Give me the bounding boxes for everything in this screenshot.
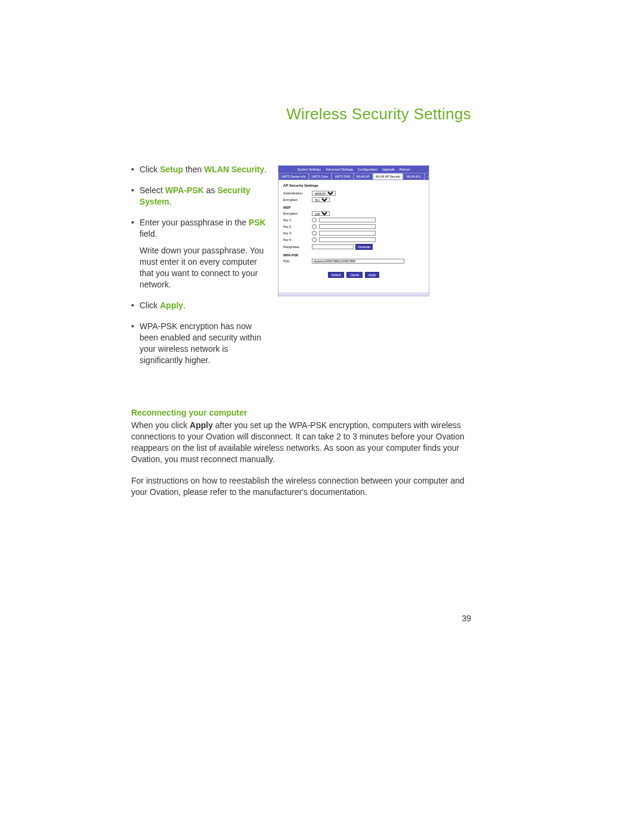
key1-radio[interactable] — [312, 218, 317, 222]
step-2-text-a: Select — [140, 185, 165, 195]
step-4: Click Apply. — [131, 300, 268, 311]
step-2-wpapsk: WPA-PSK — [165, 185, 204, 195]
key4-input[interactable] — [319, 237, 376, 242]
panel-buttons: Default Cancel Apply — [283, 272, 424, 278]
router-tabs: UMTS Device Info UMTS Conn. UMTS DNS WLA… — [278, 173, 429, 180]
tab-lan: LAN — [425, 173, 429, 180]
cancel-button[interactable]: Cancel — [346, 272, 363, 278]
key2-input[interactable] — [319, 224, 376, 229]
auth-select[interactable]: WPA-PSK — [312, 191, 336, 196]
reconnect-p2: For instructions on how to reestablish t… — [131, 475, 474, 498]
key1-label: Key 1: — [283, 218, 312, 222]
step-1-text-e: . — [264, 165, 267, 174]
step-1-wlan: WLAN Security — [204, 165, 264, 174]
psk-label: PSK: — [283, 259, 312, 263]
step-5-text: WPA-PSK encryption has now been enabled … — [140, 321, 261, 365]
key2-radio[interactable] — [312, 224, 317, 229]
nav-reboot: Reboot — [400, 168, 410, 171]
key4-radio[interactable] — [312, 237, 317, 242]
tab-wlan-security: WLAN AP Security — [373, 173, 404, 180]
step-4-text-c: . — [183, 301, 185, 310]
step-2-text-c: as — [204, 185, 218, 195]
step-1: Click Setup then WLAN Security. — [131, 164, 268, 175]
reconnect-apply-bold: Apply — [190, 420, 213, 430]
auth-label: Authentication: — [283, 191, 312, 195]
apply-button[interactable]: Apply — [365, 272, 380, 278]
step-3: Enter your passphrase in the PSK field. … — [131, 217, 268, 290]
tab-devinfo: UMTS Device Info — [278, 173, 309, 180]
reconnect-p1a: When you click — [131, 420, 190, 430]
step-5: WPA-PSK encryption has now been enabled … — [131, 321, 268, 366]
step-1-text-c: then — [183, 165, 204, 174]
key3-input[interactable] — [319, 231, 376, 236]
wpa-psk-heading: WPA-PSK — [283, 253, 424, 257]
passphrase-label: Passphrase: — [283, 245, 312, 249]
page-number: 39 — [462, 614, 471, 623]
default-button[interactable]: Default — [328, 272, 345, 278]
enc-label: Encryption: — [283, 198, 312, 202]
tab-conn: UMTS Conn. — [309, 173, 332, 180]
psk-input[interactable] — [312, 259, 404, 264]
nav-system: System Settings — [297, 168, 321, 171]
step-4-text-a: Click — [140, 301, 160, 310]
page-title: Wireless Security Settings — [286, 105, 471, 123]
enc-select[interactable]: TKIP — [312, 197, 330, 202]
step-1-setup: Setup — [160, 165, 183, 174]
router-topnav: System Settings Advanced Settings Config… — [278, 166, 429, 173]
key3-radio[interactable] — [312, 231, 317, 236]
instruction-column: Click Setup then WLAN Security. Select W… — [131, 164, 268, 375]
step-2: Select WPA-PSK as Security System. — [131, 185, 268, 208]
nav-config: Configuration — [358, 168, 377, 171]
ap-security-heading: AP Security Settings — [283, 184, 424, 187]
router-screenshot: System Settings Advanced Settings Config… — [278, 165, 429, 296]
passphrase-input[interactable] — [312, 244, 354, 249]
lower-section: Reconnecting your computer When you clic… — [131, 407, 474, 509]
step-3-text-a: Enter your passphrase in the — [140, 218, 249, 227]
key3-label: Key 3: — [283, 231, 312, 235]
tab-dns: UMTS DNS — [332, 173, 353, 180]
tab-wlanap: WLAN AP — [354, 173, 373, 180]
step-3-text-c: field. — [140, 229, 157, 239]
step-2-text-e: . — [169, 197, 172, 206]
wep-heading: WEP — [283, 206, 424, 209]
step-3-note: Write down your passphrase. You must ent… — [140, 245, 268, 290]
wep-enc-label: Encryption: — [283, 212, 312, 215]
nav-upgrade: Upgrade — [382, 168, 395, 171]
nav-advanced: Advanced Settings — [326, 168, 353, 171]
tab-acl: WLAN ACL — [403, 173, 424, 180]
router-panel: AP Security Settings Authentication: WPA… — [278, 180, 429, 292]
key2-label: Key 2: — [283, 225, 312, 228]
step-1-text-a: Click — [140, 165, 160, 174]
wep-enc-select[interactable]: 128 bit — [312, 211, 330, 216]
key4-label: Key 4: — [283, 238, 312, 241]
generate-button[interactable]: Generate — [355, 244, 373, 250]
key1-input[interactable] — [319, 218, 376, 222]
reconnect-p1: When you click Apply after you set up th… — [131, 420, 474, 465]
step-4-apply: Apply — [160, 301, 183, 310]
reconnect-heading: Reconnecting your computer — [131, 407, 474, 419]
step-3-psk: PSK — [249, 218, 266, 227]
